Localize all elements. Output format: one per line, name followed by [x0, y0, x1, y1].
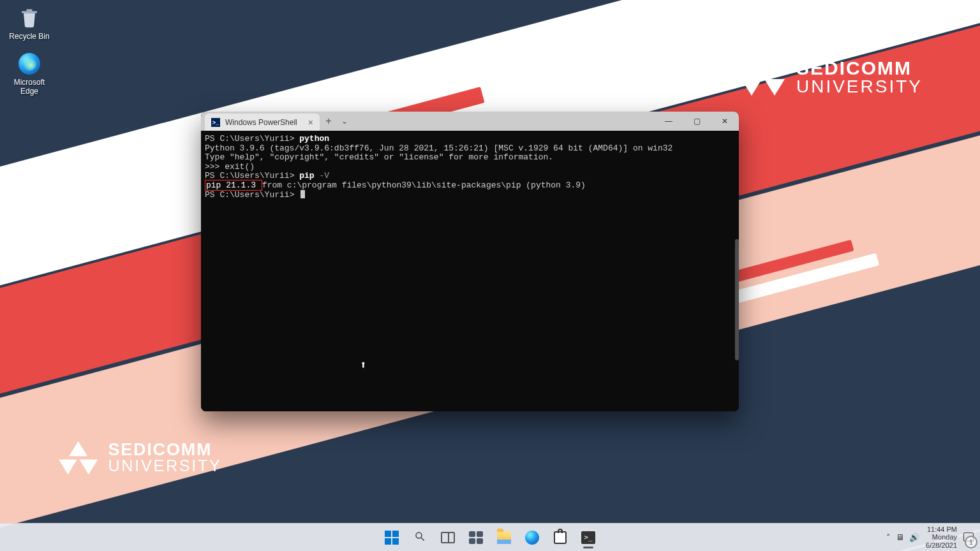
taskbar-edge[interactable]: [520, 525, 544, 550]
clock-day: Monday: [926, 533, 957, 541]
tray-network-icon[interactable]: 🖥: [896, 533, 904, 542]
ps-prompt-path: C:\Users\Yurii: [219, 171, 289, 180]
powershell-icon: >_: [211, 118, 220, 127]
desktop-icon-label: Recycle Bin: [5, 32, 54, 41]
ps-prompt-suffix: >: [290, 134, 300, 143]
tab-close-button[interactable]: ×: [308, 118, 313, 127]
terminal-output: Python 3.9.6 (tags/v3.9.6:db3ff76, Jun 2…: [205, 143, 672, 153]
terminal-output: Type "help", "copyright", "credits" or "…: [205, 152, 553, 162]
maximize-button[interactable]: ▢: [683, 112, 711, 131]
corner-badge-count: 1: [969, 539, 973, 546]
new-tab-button[interactable]: +: [320, 112, 338, 131]
ps-prompt-path: C:\Users\Yurii: [219, 190, 289, 200]
edge-icon: [17, 51, 42, 77]
search-icon: [414, 531, 426, 545]
wallpaper-logo: SEDICOMM UNIVERSITY: [59, 441, 222, 474]
logo-line2: UNIVERSITY: [796, 78, 923, 96]
taskbar-clock[interactable]: 11:44 PM Monday 6/28/2021: [926, 525, 957, 550]
terminal-cursor: [301, 190, 305, 198]
task-view-icon: [441, 532, 455, 543]
logo-line1: SEDICOMM: [108, 441, 221, 459]
terminal-command-arg: -V: [315, 171, 329, 180]
terminal-icon: >_: [581, 531, 595, 544]
logo-mark: [741, 59, 785, 96]
clock-date: 6/28/2021: [926, 541, 957, 550]
taskbar-widgets[interactable]: [464, 525, 488, 550]
logo-line1: SEDICOMM: [796, 59, 923, 78]
terminal-body[interactable]: PS C:\Users\Yurii> python Python 3.9.6 (…: [201, 131, 739, 411]
tray-overflow-button[interactable]: ˄: [886, 533, 891, 542]
wallpaper-logo: SEDICOMM UNIVERSITY: [741, 59, 923, 96]
taskbar-task-view[interactable]: [436, 525, 460, 550]
svg-line-1: [421, 538, 424, 541]
minimize-button[interactable]: —: [655, 112, 683, 131]
store-icon: [554, 531, 567, 544]
terminal-output: from c:\program files\python39\lib\site-…: [262, 180, 586, 190]
desktop: SEDICOMM UNIVERSITY SEDICOMM UNIVERSITY …: [0, 0, 980, 551]
ps-prompt-prefix: PS: [205, 190, 219, 200]
terminal-command: python: [299, 134, 329, 143]
start-button[interactable]: [380, 525, 404, 550]
titlebar[interactable]: >_ Windows PowerShell × + ⌄ — ▢ ✕: [201, 112, 739, 131]
scrollbar-thumb[interactable]: [735, 239, 739, 360]
desktop-icon-label: Microsoft Edge: [5, 78, 54, 96]
ps-prompt-prefix: PS: [205, 171, 219, 180]
corner-badge[interactable]: 1: [965, 536, 977, 548]
svg-point-0: [416, 533, 422, 538]
highlighted-output: pip 21.1.3: [205, 180, 262, 191]
close-button[interactable]: ✕: [711, 112, 739, 131]
taskbar-center: >_: [380, 525, 600, 550]
windows-logo-icon: [385, 531, 399, 545]
tab-title: Windows PowerShell: [225, 118, 297, 127]
taskbar-search[interactable]: [408, 525, 432, 550]
ps-prompt-path: C:\Users\Yurii: [219, 134, 289, 143]
ps-prompt-prefix: PS: [205, 134, 219, 143]
clock-time: 11:44 PM: [926, 525, 957, 534]
ps-prompt-suffix: >: [290, 171, 300, 180]
widgets-icon: [469, 531, 483, 544]
edge-icon: [525, 531, 539, 545]
ps-prompt-suffix: >: [290, 190, 300, 200]
terminal-command: exit(): [225, 162, 255, 172]
logo-line2: UNIVERSITY: [108, 459, 221, 474]
desktop-icon-recycle-bin[interactable]: Recycle Bin: [5, 5, 54, 41]
terminal-command: pip: [299, 171, 314, 180]
python-prompt: >>>: [205, 162, 225, 172]
taskbar[interactable]: >_ ˄ 🖥 🔊 11:44 PM Monday 6/28/2021 1: [0, 523, 980, 551]
taskbar-terminal[interactable]: >_: [576, 525, 600, 550]
logo-mark: [59, 441, 98, 474]
recycle-bin-icon: [17, 5, 42, 31]
terminal-window[interactable]: >_ Windows PowerShell × + ⌄ — ▢ ✕ PS C:\…: [201, 112, 739, 411]
desktop-icon-edge[interactable]: Microsoft Edge: [5, 51, 54, 96]
taskbar-store[interactable]: [548, 525, 572, 550]
window-controls: — ▢ ✕: [655, 112, 739, 131]
taskbar-file-explorer[interactable]: [492, 525, 516, 550]
tab-powershell[interactable]: >_ Windows PowerShell ×: [205, 114, 320, 131]
tab-dropdown-button[interactable]: ⌄: [338, 112, 352, 131]
file-explorer-icon: [497, 531, 511, 544]
mouse-pointer-icon: ⬆: [360, 361, 367, 371]
tray-volume-icon[interactable]: 🔊: [909, 533, 919, 542]
